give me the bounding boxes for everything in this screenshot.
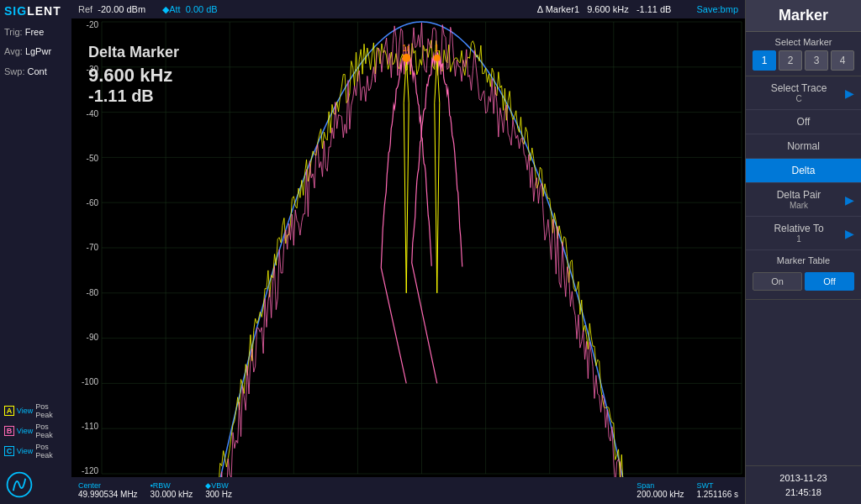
trace-mode-a: Pos Peak xyxy=(35,402,67,419)
delta-item[interactable]: Delta xyxy=(746,159,861,183)
swt-label: SWT xyxy=(697,481,739,491)
trace-view-a[interactable]: View xyxy=(17,407,33,415)
swp-value: Cont xyxy=(28,66,47,76)
marker-btn-4[interactable]: 4 xyxy=(831,50,854,71)
chart-area: -20 -30 -40 -50 -60 -70 -80 -90 -100 -11… xyxy=(71,18,745,477)
bottom-bar: Center 49.990534 MHz ▪RBW 30.000 kHz ◆VB… xyxy=(71,477,745,504)
center-label: Center xyxy=(78,481,138,491)
left-sidebar: SIGLENT Trig: Free Avg: LgPwr Swp: Cont … xyxy=(0,0,71,504)
trace-view-b[interactable]: View xyxy=(17,427,33,435)
trace-box-b: B xyxy=(4,426,14,436)
trace-mode-b: Pos Peak xyxy=(35,423,67,439)
relative-to-item[interactable]: Relative To 1 ▶ xyxy=(746,217,861,250)
toggle-off-btn[interactable]: Off xyxy=(805,272,854,291)
marker-table-section: Marker Table On Off xyxy=(746,250,861,300)
trace-row-b: B View Pos Peak xyxy=(4,423,67,439)
toggle-row: On Off xyxy=(749,269,858,294)
select-trace-label: Select Trace C xyxy=(753,82,845,103)
select-trace-arrow: ▶ xyxy=(845,87,854,100)
datetime-time: 21:45:18 xyxy=(751,486,856,500)
marker-buttons: 1 2 3 4 xyxy=(749,50,858,71)
span-item: Span 200.000 kHz xyxy=(637,481,684,501)
marker-header: Δ Marker1 9.600 kHz -1.11 dB xyxy=(537,4,672,14)
swt-item: SWT 1.251166 s xyxy=(697,481,739,501)
trace-box-a: A xyxy=(4,406,14,416)
center-item: Center 49.990534 MHz xyxy=(78,481,138,501)
span-value: 200.000 kHz xyxy=(637,490,684,500)
marker-btn-1[interactable]: 1 xyxy=(753,50,776,71)
datetime-date: 2013-11-23 xyxy=(751,471,856,486)
save-button[interactable]: Save:bmp xyxy=(696,4,738,14)
vbw-value: 300 Hz xyxy=(205,490,232,500)
delta-pair-sub: Mark xyxy=(753,201,845,210)
panel-title: Marker xyxy=(746,0,861,32)
normal-label: Normal xyxy=(753,140,854,152)
select-trace-value: C xyxy=(753,94,845,103)
center-value: 49.990534 MHz xyxy=(78,490,138,500)
trig-param: Trig: Free xyxy=(4,26,67,39)
swt-value: 1.251166 s xyxy=(697,490,739,500)
span-label: Span xyxy=(637,481,684,491)
relative-to-label: Relative To 1 xyxy=(753,223,845,244)
marker-table-label: Marker Table xyxy=(749,255,858,265)
toggle-on-btn[interactable]: On xyxy=(753,272,802,291)
delta-pair-label: Delta Pair Mark xyxy=(753,189,845,210)
avg-value: LgPwr xyxy=(25,46,51,56)
trig-value: Free xyxy=(25,27,45,37)
delta-pair-arrow: ▶ xyxy=(845,193,854,207)
trace-view-c[interactable]: View xyxy=(17,447,33,455)
right-panel: Marker Select Marker 1 2 3 4 Select Trac… xyxy=(745,0,861,504)
normal-item[interactable]: Normal xyxy=(746,134,861,159)
off-label: Off xyxy=(753,116,854,128)
top-bar: Ref -20.00 dBm ◆Att 0.00 dB Δ Marker1 9.… xyxy=(71,0,745,18)
rbw-label: ▪RBW xyxy=(151,481,193,491)
select-marker-section: Select Marker 1 2 3 4 xyxy=(746,32,861,76)
spectrum-canvas xyxy=(71,18,745,477)
relative-to-value: 1 xyxy=(753,234,845,244)
off-item[interactable]: Off xyxy=(746,110,861,134)
ref-value: -20.00 dBm xyxy=(98,4,145,14)
select-trace-item[interactable]: Select Trace C ▶ xyxy=(746,76,861,110)
main-area: Ref -20.00 dBm ◆Att 0.00 dB Δ Marker1 9.… xyxy=(71,0,745,504)
trace-row-a: A View Pos Peak xyxy=(4,402,67,419)
avg-param: Avg: LgPwr xyxy=(4,45,67,58)
swp-param: Swp: Cont xyxy=(4,66,67,78)
siglent-logo-icon xyxy=(4,470,34,500)
vbw-item: ◆VBW 300 Hz xyxy=(205,481,232,501)
marker-btn-2[interactable]: 2 xyxy=(779,50,802,71)
trace-info: A View Pos Peak B View Pos Peak C View P… xyxy=(4,402,67,500)
trace-box-c: C xyxy=(4,446,14,456)
vbw-label: ◆VBW xyxy=(205,481,232,491)
datetime-box: 2013-11-23 21:45:18 xyxy=(746,465,861,504)
rbw-value: 30.000 kHz xyxy=(151,490,193,500)
delta-pair-item[interactable]: Delta Pair Mark ▶ xyxy=(746,183,861,217)
logo: SIGLENT xyxy=(4,4,67,18)
trig-label: Trig: xyxy=(4,27,23,37)
avg-label: Avg: xyxy=(4,46,23,56)
ref-label: Ref -20.00 dBm xyxy=(78,4,145,14)
select-marker-label: Select Marker xyxy=(749,37,858,47)
relative-to-arrow: ▶ xyxy=(845,227,854,240)
swp-label: Swp: xyxy=(4,66,24,76)
trace-mode-c: Pos Peak xyxy=(35,443,67,459)
att-label: ◆Att 0.00 dB xyxy=(162,4,218,15)
trace-row-c: C View Pos Peak xyxy=(4,443,67,459)
marker-btn-3[interactable]: 3 xyxy=(805,50,828,71)
delta-label: Delta xyxy=(753,165,854,176)
rbw-item: ▪RBW 30.000 kHz xyxy=(151,481,193,501)
